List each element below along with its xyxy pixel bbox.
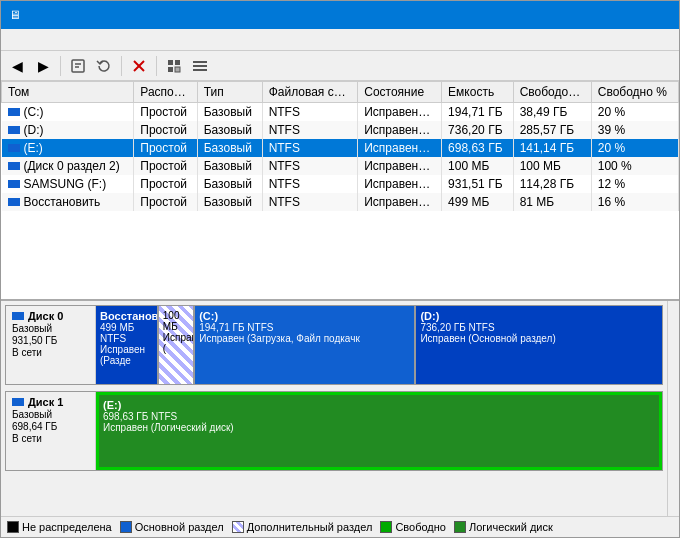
toolbar-forward[interactable]: ▶ [31, 54, 55, 78]
disk-partitions: Восстановить499 МБ NTFSИсправен (Разде10… [96, 306, 662, 384]
partition[interactable]: Восстановить499 МБ NTFSИсправен (Разде [96, 306, 159, 384]
title-bar-controls [583, 5, 671, 25]
table-cell: Базовый [197, 157, 262, 175]
menu-action[interactable] [21, 38, 37, 42]
table-row[interactable]: SAMSUNG (F:)ПростойБазовыйNTFSИсправен…9… [2, 175, 679, 193]
partition[interactable]: (C:)194,71 ГБ NTFSИсправен (Загрузка, Фа… [195, 306, 416, 384]
menu-file[interactable] [5, 38, 21, 42]
table-cell: 736,20 ГБ [442, 121, 514, 139]
table-cell: Базовый [197, 175, 262, 193]
table-cell: Исправен… [358, 103, 442, 122]
disk-size: 931,50 ГБ [12, 335, 89, 346]
legend-box-free [380, 521, 392, 533]
table-cell: 38,49 ГБ [513, 103, 591, 122]
table-cell: Исправен… [358, 139, 442, 157]
table-cell: 16 % [591, 193, 678, 211]
disk-section-wrapper: Диск 0 Базовый 931,50 ГБ В сети Восстано… [1, 301, 679, 516]
svg-rect-5 [168, 60, 173, 65]
disk-status: В сети [12, 433, 89, 444]
partition-status: Исправен (Логический диск) [103, 422, 655, 433]
table-row[interactable]: (Диск 0 раздел 2)ПростойБазовыйNTFSИспра… [2, 157, 679, 175]
table-cell: NTFS [262, 103, 358, 122]
disk-label-icon [12, 398, 24, 406]
col-type[interactable]: Тип [197, 82, 262, 103]
disk-icon [8, 198, 20, 206]
table-cell: 194,71 ГБ [442, 103, 514, 122]
col-capacity[interactable]: Емкость [442, 82, 514, 103]
disk-icon [8, 126, 20, 134]
table-cell: Простой [134, 175, 197, 193]
col-fs[interactable]: Файловая с… [262, 82, 358, 103]
legend-box-extended [232, 521, 244, 533]
table-cell: Базовый [197, 193, 262, 211]
table-header-row: Том Распо… Тип Файловая с… Состояние Емк… [2, 82, 679, 103]
scroll-track[interactable] [667, 301, 679, 516]
legend-free: Свободно [380, 521, 446, 533]
table-cell: 100 % [591, 157, 678, 175]
disk-icon [8, 180, 20, 188]
toolbar-back[interactable]: ◀ [5, 54, 29, 78]
table-row[interactable]: (C:)ПростойБазовыйNTFSИсправен…194,71 ГБ… [2, 103, 679, 122]
toolbar-delete[interactable] [127, 54, 151, 78]
partition-size: 100 МБ [163, 310, 189, 332]
disk-table: Том Распо… Тип Файловая с… Состояние Емк… [1, 81, 679, 211]
maximize-button[interactable] [613, 5, 641, 25]
partition-size: 736,20 ГБ NTFS [420, 322, 658, 333]
disk-type: Базовый [12, 323, 89, 334]
toolbar-wizard[interactable] [162, 54, 186, 78]
disk-type: Базовый [12, 409, 89, 420]
table-row[interactable]: (D:)ПростойБазовыйNTFSИсправен…736,20 ГБ… [2, 121, 679, 139]
table-cell: Восстановить [2, 193, 134, 211]
table-cell: NTFS [262, 121, 358, 139]
table-cell: Исправен… [358, 175, 442, 193]
toolbar-properties[interactable] [66, 54, 90, 78]
toolbar-refresh[interactable] [92, 54, 116, 78]
minimize-button[interactable] [583, 5, 611, 25]
table-cell: Исправен… [358, 121, 442, 139]
partition[interactable]: (D:)736,20 ГБ NTFSИсправен (Основной раз… [416, 306, 662, 384]
col-free[interactable]: Свободо… [513, 82, 591, 103]
table-cell: Исправен… [358, 193, 442, 211]
table-row[interactable]: (E:)ПростойБазовыйNTFSИсправен…698,63 ГБ… [2, 139, 679, 157]
table-cell: Простой [134, 157, 197, 175]
table-cell: (Диск 0 раздел 2) [2, 157, 134, 175]
table-cell: (E:) [2, 139, 134, 157]
table-cell: 20 % [591, 139, 678, 157]
close-button[interactable] [643, 5, 671, 25]
legend-unallocated: Не распределена [7, 521, 112, 533]
disk-name: Диск 1 [28, 396, 63, 408]
legend-box-unallocated [7, 521, 19, 533]
svg-rect-7 [168, 67, 173, 72]
partition-name: (D:) [420, 310, 658, 322]
menu-bar [1, 29, 679, 51]
main-content: Том Распо… Тип Файловая с… Состояние Емк… [1, 81, 679, 537]
table-row[interactable]: ВосстановитьПростойБазовыйNTFSИсправен…4… [2, 193, 679, 211]
menu-view[interactable] [37, 38, 53, 42]
legend-label-extended: Дополнительный раздел [247, 521, 373, 533]
col-volume[interactable]: Том [2, 82, 134, 103]
table-cell: Простой [134, 121, 197, 139]
disk-label: Диск 0 Базовый 931,50 ГБ В сети [6, 306, 96, 384]
disk-partitions: (E:)698,63 ГБ NTFSИсправен (Логический д… [96, 392, 662, 470]
disk-label: Диск 1 Базовый 698,64 ГБ В сети [6, 392, 96, 470]
legend-label-free: Свободно [395, 521, 446, 533]
menu-help[interactable] [53, 38, 69, 42]
partition-status: Исправен (Разде [100, 344, 153, 366]
partition-size: 499 МБ NTFS [100, 322, 153, 344]
disk-status: В сети [12, 347, 89, 358]
title-bar-left: 🖥 [9, 8, 27, 22]
table-cell: 499 МБ [442, 193, 514, 211]
partition-name: Восстановить [100, 310, 153, 322]
table-cell: Простой [134, 139, 197, 157]
svg-rect-0 [72, 60, 84, 72]
partition[interactable]: (E:)698,63 ГБ NTFSИсправен (Логический д… [96, 392, 662, 470]
toolbar-sep-2 [121, 56, 122, 76]
table-cell: 20 % [591, 103, 678, 122]
col-status[interactable]: Состояние [358, 82, 442, 103]
col-layout[interactable]: Распо… [134, 82, 197, 103]
partition[interactable]: 100 МБИсправен ( [159, 306, 195, 384]
toolbar-more[interactable] [188, 54, 212, 78]
legend-logical: Логический диск [454, 521, 553, 533]
col-free-pct[interactable]: Свободно % [591, 82, 678, 103]
disk-label-icon [12, 312, 24, 320]
